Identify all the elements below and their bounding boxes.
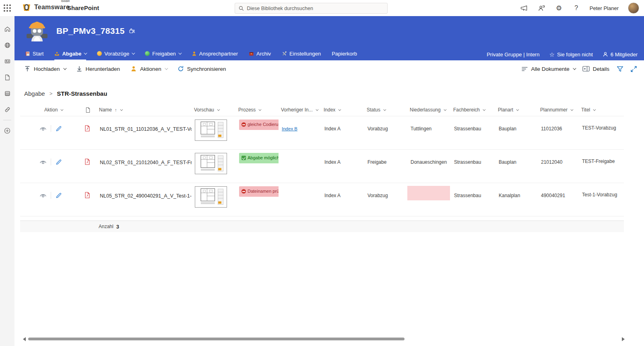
teamsware-logo[interactable]: Teamsware GmbH — [22, 2, 70, 12]
document-name[interactable]: NL02_STR_01_21012040_A_F_TEST-Freigab... — [97, 150, 192, 183]
cell-niederlassung: Tuttlingen — [407, 116, 451, 149]
scroll-left-arrow[interactable] — [23, 337, 26, 341]
nav-archiv[interactable]: Archiv — [249, 48, 271, 60]
members-icon — [603, 51, 608, 57]
abgabe-outbox-icon — [54, 51, 60, 56]
col-prozess[interactable]: Prozess — [236, 107, 279, 113]
col-fachbereich[interactable]: Fachbereich — [451, 107, 495, 113]
command-bar: Hochladen Herunterladen Aktionen Synchro… — [14, 60, 644, 77]
news-icon[interactable] — [0, 53, 14, 69]
col-aktion[interactable]: Aktion — [20, 107, 76, 113]
lists-icon[interactable] — [0, 85, 14, 101]
cell-plannummer: 490040291 — [538, 183, 579, 216]
preview-eye-icon[interactable] — [39, 125, 47, 132]
process-status-badge: Abgabe möglich (Erster Index) — [239, 153, 279, 163]
help-icon[interactable]: ? — [572, 4, 580, 12]
actions-person-icon — [130, 66, 137, 72]
feedback-icon[interactable] — [538, 4, 546, 12]
members-button[interactable]: 6 Mitglieder — [603, 51, 638, 58]
col-status[interactable]: Status — [364, 107, 407, 113]
breadcrumb-separator: > — [50, 91, 53, 97]
pdf-file-icon — [85, 125, 90, 132]
actions-button[interactable]: Aktionen — [130, 66, 167, 72]
follow-button[interactable]: ☆ Sie folgen nicht — [549, 51, 592, 58]
document-name[interactable]: NL01_STR_01_11012036_A_V_TEST-Vorabz... — [97, 116, 192, 149]
teams-icon[interactable] — [129, 28, 135, 34]
nav-start[interactable]: Start — [25, 48, 43, 60]
nav-abgabe[interactable]: Abgabe — [54, 48, 86, 60]
cell-status: Vorabzug — [364, 116, 407, 149]
plan-thumbnail[interactable] — [195, 119, 227, 141]
scroll-right-arrow[interactable] — [622, 337, 625, 341]
library-search[interactable] — [235, 3, 388, 14]
col-index[interactable]: Index — [321, 107, 364, 113]
cell-titel: TEST-Vorabzug — [579, 116, 624, 149]
col-planart[interactable]: Planart — [495, 107, 538, 113]
edit-pencil-icon[interactable] — [55, 192, 62, 199]
col-vorheriger-index[interactable]: Vorheriger In... — [279, 107, 321, 113]
user-avatar[interactable] — [628, 2, 639, 14]
nav-freigaben[interactable]: Freigaben — [145, 48, 181, 60]
document-icon[interactable] — [0, 69, 14, 85]
table-header: Aktion Name↑ Vorschau Prozess Vorheriger… — [20, 104, 624, 116]
sync-button[interactable]: Synchronisieren — [178, 66, 226, 72]
count-value: 3 — [116, 224, 119, 230]
chevron-down-icon — [63, 66, 66, 70]
site-logo-mascot[interactable] — [26, 21, 48, 43]
edit-pencil-icon[interactable] — [55, 159, 62, 166]
filter-funnel-icon — [617, 66, 623, 72]
col-plannummer[interactable]: Plannummer — [538, 107, 579, 113]
megaphone-icon[interactable] — [520, 4, 528, 12]
plan-thumbnail[interactable] — [195, 186, 227, 208]
freigaben-icon — [145, 51, 150, 56]
preview-eye-icon[interactable] — [39, 192, 47, 199]
preview-eye-icon[interactable] — [39, 159, 47, 166]
globe-icon[interactable] — [0, 37, 14, 53]
nav-papierkorb[interactable]: Papierkorb — [332, 48, 357, 60]
search-icon — [239, 6, 244, 11]
previous-index-link[interactable]: Index B — [282, 126, 297, 131]
suite-bar: Teamsware GmbH SharePoint ⚙ ? Peter Plan… — [0, 0, 644, 16]
chevron-down-icon — [132, 51, 135, 54]
cell-plannummer: 11012036 — [538, 116, 579, 149]
cell-fachbereich: Strassenbau — [451, 183, 495, 216]
cell-planart: Bauplan — [495, 116, 538, 149]
document-name[interactable]: NL05_STR_02_490040291_A_V_Test-1-Vora... — [97, 183, 192, 216]
details-button[interactable]: Details — [582, 66, 609, 72]
fullscreen-button[interactable] — [631, 66, 637, 72]
filter-button[interactable] — [617, 66, 623, 72]
process-status-badge: gleiche Codierung bereits hochgeladen — [239, 119, 279, 130]
col-niederlassung[interactable]: Niederlassung — [407, 107, 451, 113]
plan-thumbnail[interactable] — [195, 153, 227, 174]
breadcrumb-parent[interactable]: Abgabe — [24, 90, 45, 97]
blocked-icon — [242, 189, 246, 194]
col-vorschau[interactable]: Vorschau — [192, 107, 236, 113]
star-icon: ☆ — [549, 51, 554, 58]
app-launcher-icon[interactable] — [3, 4, 11, 12]
nav-einstellungen[interactable]: Einstellungen — [282, 48, 321, 60]
details-pane-icon — [582, 66, 590, 72]
person-icon — [192, 51, 197, 56]
col-name[interactable]: Name↑ — [97, 107, 192, 113]
search-input[interactable] — [247, 6, 384, 11]
cell-planart: Bauplan — [495, 150, 538, 183]
nav-vorabzuege[interactable]: Vorabzüge — [97, 48, 134, 60]
tools-icon — [282, 51, 287, 56]
col-filetype[interactable] — [76, 107, 97, 113]
cell-titel: Test-1-Vorabzug — [579, 183, 624, 216]
home-icon[interactable] — [0, 21, 14, 37]
brand-sub: GmbH — [61, 0, 70, 2]
table-footer: Anzahl 3 — [20, 220, 624, 232]
col-titel[interactable]: Titel — [579, 107, 624, 113]
settings-gear-icon[interactable]: ⚙ — [555, 4, 563, 12]
cell-index: Index A — [321, 183, 364, 216]
create-plus-icon[interactable] — [0, 123, 14, 139]
view-selector[interactable]: Alle Dokumente — [522, 66, 575, 72]
edit-pencil-icon[interactable] — [55, 125, 62, 132]
chevron-down-icon — [573, 66, 576, 70]
download-button[interactable]: Herunterladen — [76, 66, 120, 72]
upload-button[interactable]: Hochladen — [24, 66, 66, 72]
scrollbar-thumb[interactable] — [28, 338, 405, 340]
link-icon[interactable] — [0, 101, 14, 117]
nav-ansprechpartner[interactable]: Ansprechpartner — [192, 48, 238, 60]
